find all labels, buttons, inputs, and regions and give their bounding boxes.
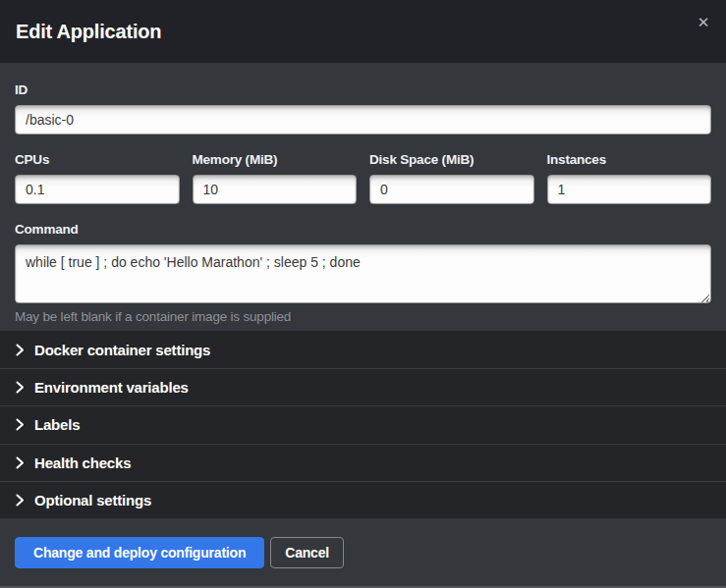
command-label: Command bbox=[15, 222, 711, 237]
section-optional-settings[interactable]: Optional settings bbox=[0, 481, 726, 518]
command-field-group: Command while [ true ] ; do echo 'Hello … bbox=[15, 222, 711, 324]
disk-input[interactable] bbox=[369, 175, 534, 204]
chevron-right-icon bbox=[16, 418, 25, 431]
disk-field-group: Disk Space (MiB) bbox=[369, 152, 534, 204]
chevron-right-icon bbox=[16, 344, 25, 356]
section-health-checks[interactable]: Health checks bbox=[0, 444, 726, 481]
cpus-label: CPUs bbox=[15, 152, 180, 167]
command-textarea[interactable]: while [ true ] ; do echo 'Hello Marathon… bbox=[15, 244, 711, 303]
collapsible-sections: Docker container settings Environment va… bbox=[0, 331, 726, 518]
id-input[interactable] bbox=[15, 105, 711, 134]
cpus-field-group: CPUs bbox=[15, 152, 180, 204]
memory-label: Memory (MiB) bbox=[193, 152, 358, 167]
edit-application-modal: Edit Application ✕ ID CPUs Memory (MiB) … bbox=[0, 0, 726, 588]
chevron-right-icon bbox=[16, 381, 25, 394]
section-label: Docker container settings bbox=[34, 342, 210, 358]
instances-field-group: Instances bbox=[547, 152, 712, 204]
section-labels[interactable]: Labels bbox=[0, 405, 726, 443]
modal-header: Edit Application ✕ bbox=[0, 0, 726, 63]
section-label: Labels bbox=[34, 416, 80, 433]
close-icon[interactable]: ✕ bbox=[693, 12, 714, 33]
id-field-group: ID bbox=[15, 82, 711, 134]
resource-row: CPUs Memory (MiB) Disk Space (MiB) Insta… bbox=[15, 152, 711, 204]
modal-title: Edit Application bbox=[16, 21, 161, 43]
chevron-right-icon bbox=[16, 456, 25, 469]
chevron-right-icon bbox=[16, 494, 25, 507]
modal-footer: Change and deploy configuration Cancel bbox=[0, 518, 726, 588]
memory-field-group: Memory (MiB) bbox=[193, 152, 358, 204]
instances-input[interactable] bbox=[547, 175, 712, 204]
section-label: Environment variables bbox=[34, 379, 189, 396]
section-environment-variables[interactable]: Environment variables bbox=[0, 368, 726, 405]
instances-label: Instances bbox=[547, 152, 712, 167]
change-and-deploy-button[interactable]: Change and deploy configuration bbox=[15, 537, 264, 568]
command-help-text: May be left blank if a container image i… bbox=[15, 309, 711, 324]
section-label: Health checks bbox=[34, 454, 131, 471]
cancel-button[interactable]: Cancel bbox=[270, 537, 344, 568]
section-docker-container-settings[interactable]: Docker container settings bbox=[0, 331, 726, 368]
modal-body: ID CPUs Memory (MiB) Disk Space (MiB) In… bbox=[0, 63, 726, 331]
id-label: ID bbox=[15, 82, 711, 97]
disk-label: Disk Space (MiB) bbox=[369, 152, 534, 167]
memory-input[interactable] bbox=[193, 175, 358, 204]
cpus-input[interactable] bbox=[15, 175, 180, 204]
section-label: Optional settings bbox=[34, 492, 151, 508]
